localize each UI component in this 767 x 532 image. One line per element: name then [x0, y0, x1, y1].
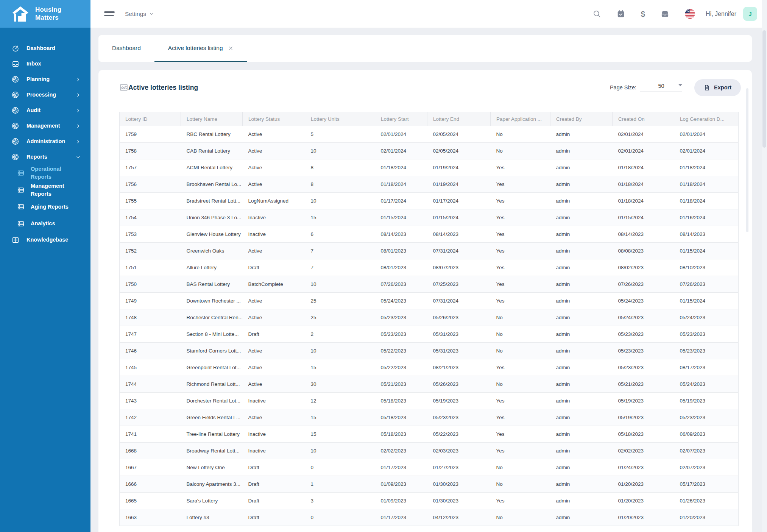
table-row[interactable]: 1745Greenpoint Rental Lot...Active1505/2… — [120, 359, 739, 376]
column-header-lottery-status[interactable]: Lottery Status — [243, 112, 305, 126]
table-cell: 01/15/2024 — [674, 293, 739, 309]
page-size-value: 50 — [658, 83, 664, 89]
table-row[interactable]: 1667New Lottery OneDraft001/17/202301/27… — [120, 459, 739, 476]
table-cell: 05/18/2023 — [613, 426, 674, 443]
column-header-lottery-units[interactable]: Lottery Units — [305, 112, 375, 126]
calendar-check-icon[interactable] — [617, 10, 625, 18]
avatar[interactable]: J — [743, 7, 757, 21]
sidebar-item-analytics[interactable]: Analytics — [0, 215, 90, 232]
table-cell: 08/21/2023 — [427, 359, 491, 376]
export-button-label: Export — [714, 84, 731, 90]
table-cell: 08/02/2023 — [613, 259, 674, 276]
column-header-lottery-start[interactable]: Lottery Start — [375, 112, 427, 126]
table-row[interactable]: 1741Tree-line Rental LotteryInactive1505… — [120, 426, 739, 443]
column-header-lottery-id[interactable]: Lottery ID — [120, 112, 181, 126]
sidebar-item-management[interactable]: Management — [0, 118, 90, 134]
column-header-created-on[interactable]: Created On — [613, 112, 674, 126]
chevron-right-icon — [76, 108, 81, 113]
column-header-lottery-name[interactable]: Lottery Name — [181, 112, 243, 126]
column-header-lottery-end[interactable]: Lottery End — [427, 112, 491, 126]
table-row[interactable]: 1743Dorchester Rental Lot...Inactive1205… — [120, 393, 739, 409]
table-cell: 01/20/2023 — [613, 476, 674, 493]
card-scrollbar-thumb[interactable] — [746, 88, 748, 232]
table-cell: admin — [550, 176, 613, 193]
table-cell: 02/07/2023 — [674, 459, 739, 476]
table-cell: Yes — [491, 159, 550, 176]
table-row[interactable]: 1665Sara's LotteryDraft301/09/202301/30/… — [120, 493, 739, 509]
tab-active-lotteries-listing[interactable]: Active lotteries listing — [154, 35, 247, 62]
table-row[interactable]: 1748Rochestor Central Ren...Active2505/2… — [120, 309, 739, 326]
sidebar-item-processing[interactable]: Processing — [0, 87, 90, 103]
table-row[interactable]: 1746Stamford Corners Lott...Active1005/2… — [120, 343, 739, 359]
table-row[interactable]: 1759RBC Rental LotteryActive502/01/20240… — [120, 126, 739, 143]
scrollbar-thumb[interactable] — [762, 30, 766, 148]
column-header-paper-application[interactable]: Paper Application ... — [491, 112, 550, 126]
sidebar-item-label: Operational Reports — [31, 165, 78, 181]
table-row[interactable]: 1755Bradstreet Rental Lott...LogNumAssig… — [120, 193, 739, 209]
table-cell: 02/05/2024 — [427, 143, 491, 159]
table-row[interactable]: 1756Brookhaven Rental Lo...Active801/18/… — [120, 176, 739, 193]
table-row[interactable]: 1757ACMI Rental LotteryActive801/18/2024… — [120, 159, 739, 176]
dollar-icon[interactable]: $ — [641, 9, 645, 19]
chevron-right-icon — [76, 139, 81, 144]
table-row[interactable]: 1752Greenwich OaksActive708/01/202307/31… — [120, 243, 739, 259]
user-greeting: Hi, Jennifer — [706, 11, 736, 17]
table-cell: No — [491, 143, 550, 159]
table-cell: 01/17/2023 — [375, 509, 427, 526]
sidebar-item-administration[interactable]: Administration — [0, 134, 90, 149]
page-size-select[interactable]: 50 — [640, 83, 682, 92]
column-header-log-generation-d[interactable]: Log Generation D... — [674, 112, 739, 126]
hamburger-menu-icon[interactable] — [104, 11, 115, 16]
us-flag-icon[interactable] — [685, 9, 695, 19]
column-header-created-by[interactable]: Created By — [550, 112, 613, 126]
table-cell: 10 — [305, 143, 375, 159]
settings-menu[interactable]: Settings — [125, 11, 154, 17]
sidebar-item-management-reports[interactable]: Management Reports — [0, 182, 90, 199]
table-row[interactable]: 1750BAS Rental LotteryBatchComplete1007/… — [120, 276, 739, 293]
page-scrollbar[interactable] — [762, 0, 767, 532]
app-logo[interactable]: Housing Matters — [0, 0, 90, 28]
export-button[interactable]: Export — [694, 79, 741, 96]
table-row[interactable]: 1666Balcony Apartments 3...Draft101/09/2… — [120, 476, 739, 493]
sidebar-item-aging-reports[interactable]: Aging Reports — [0, 198, 90, 215]
chevron-right-icon — [76, 92, 81, 97]
table-row[interactable]: 1742Green Fields Rental L...Active1505/1… — [120, 409, 739, 426]
table-row[interactable]: 1751Allure LotteryDraft708/01/202308/07/… — [120, 259, 739, 276]
sidebar-item-label: Analytics — [31, 220, 78, 228]
table-header-row: Lottery IDLottery NameLottery StatusLott… — [120, 112, 739, 126]
table-row[interactable]: 1668Broadway Rental Lott...Inactive1002/… — [120, 443, 739, 459]
table-cell: 05/18/2023 — [375, 393, 427, 409]
inbox-tray-icon[interactable] — [661, 9, 669, 18]
table-cell: Lottery #3 — [181, 509, 243, 526]
table-cell: 05/19/2023 — [613, 409, 674, 426]
table-row[interactable]: 1747Section 8 - Mini Lotte...Draft205/23… — [120, 326, 739, 343]
table-cell: 02/01/2024 — [613, 143, 674, 159]
table-row[interactable]: 1749Downtown Rochester ...Active2505/24/… — [120, 293, 739, 309]
table-row[interactable]: 1663Lottery #3Draft001/17/202304/12/2023… — [120, 509, 739, 526]
table-cell: Inactive — [243, 209, 305, 226]
target-icon — [11, 91, 19, 99]
table-row[interactable]: 1753Glenview House LotteryInactive608/14… — [120, 226, 739, 243]
table-cell: Section 8 - Mini Lotte... — [181, 326, 243, 343]
sidebar-item-knowledgebase[interactable]: Knowledgebase — [0, 232, 90, 248]
table-cell: 02/02/2023 — [613, 443, 674, 459]
sidebar-item-dashboard[interactable]: Dashboard — [0, 41, 90, 56]
sidebar-item-operational-reports[interactable]: Operational Reports — [0, 165, 90, 182]
table-cell: 1745 — [120, 359, 181, 376]
table-row[interactable]: 1758CAB Rental LotteryActive1002/01/2024… — [120, 143, 739, 159]
sidebar-item-audit[interactable]: Audit — [0, 103, 90, 118]
sidebar-item-inbox[interactable]: Inbox — [0, 56, 90, 72]
area-chart-icon — [119, 83, 128, 92]
table-cell: Inactive — [243, 393, 305, 409]
close-icon[interactable] — [228, 45, 234, 51]
table-cell: No — [491, 343, 550, 359]
sidebar-item-reports[interactable]: Reports — [0, 149, 90, 165]
tab-dashboard[interactable]: Dashboard — [98, 35, 154, 62]
table-row[interactable]: 1754Union 346 Phase 3 Lo...Inactive1501/… — [120, 209, 739, 226]
table-cell: Greenpoint Rental Lot... — [181, 359, 243, 376]
table-row[interactable]: 1744Richmond Rental Lott...Active3005/21… — [120, 376, 739, 393]
search-icon[interactable] — [592, 9, 601, 18]
sidebar-item-planning[interactable]: Planning — [0, 72, 90, 87]
table-cell: No — [491, 326, 550, 343]
table-cell: 01/17/2024 — [427, 193, 491, 209]
